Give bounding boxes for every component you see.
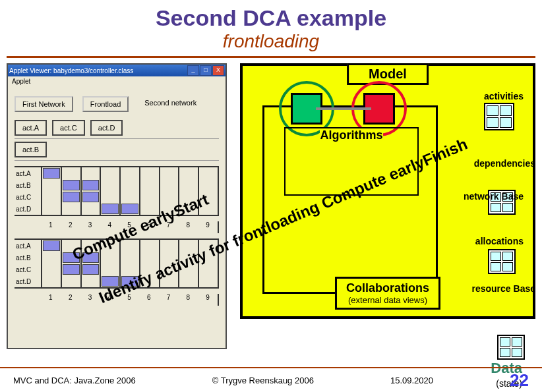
activities-label: activities xyxy=(484,91,524,101)
applet-titlebar[interactable]: Applet Viewer: babydemo3/controller.clas… xyxy=(8,65,226,76)
frontload-button[interactable]: Frontload xyxy=(82,96,129,112)
footer-left: MVC and DCA: Java.Zone 2006 xyxy=(13,376,136,385)
resource-base-label: resource Base xyxy=(471,283,535,294)
model-box: Model activities dependencies network Ba… xyxy=(240,63,535,319)
allocations-icon xyxy=(488,249,516,274)
page-subtitle: frontloading xyxy=(7,31,535,58)
connector-line xyxy=(316,107,371,110)
footer-date: 15.09.2020 xyxy=(390,376,433,385)
menu-item-applet[interactable]: Applet xyxy=(12,78,30,87)
footer: MVC and DCA: Java.Zone 2006 © Trygve Ree… xyxy=(0,367,542,392)
gantt-row: act.A xyxy=(15,167,219,179)
footer-center: © Trygve Reenskaug 2006 xyxy=(212,376,314,385)
activity-a[interactable]: act.A xyxy=(15,120,47,136)
applet-title: Applet Viewer: babydemo3/controller.clas… xyxy=(9,67,133,74)
activity-b[interactable]: act.B xyxy=(15,142,47,157)
first-network-button[interactable]: First Network xyxy=(15,96,73,112)
page-title: Second DCA example xyxy=(0,5,542,31)
activity-c[interactable]: act.C xyxy=(52,120,85,136)
allocations-label: allocations xyxy=(475,236,524,246)
resource-icon xyxy=(497,335,525,360)
maximize-icon[interactable]: □ xyxy=(200,65,212,76)
dependencies-label: dependencies xyxy=(474,158,535,169)
page-number: 22 xyxy=(510,370,529,391)
network-base-label: network Base xyxy=(464,191,524,202)
collaborations-box: Collaborations (external data views) xyxy=(335,277,440,310)
close-icon[interactable]: X xyxy=(212,65,224,76)
applet-menubar[interactable]: Applet xyxy=(8,76,226,88)
activity-d[interactable]: act.D xyxy=(90,120,123,136)
second-network-button[interactable]: Second network xyxy=(138,96,203,112)
gantt-row: act.B xyxy=(15,179,219,191)
minimize-icon[interactable]: _ xyxy=(187,65,199,76)
model-label: Model xyxy=(347,63,429,85)
activities-icon xyxy=(484,103,514,130)
